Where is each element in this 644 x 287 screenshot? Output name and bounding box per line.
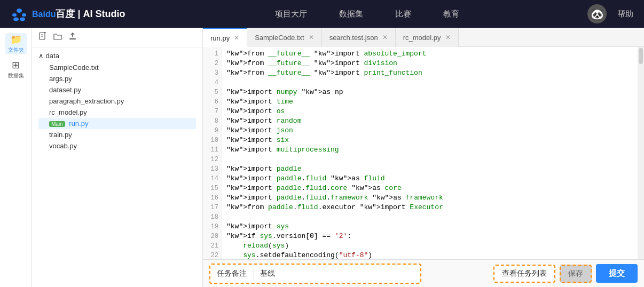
svg-point-4 bbox=[20, 18, 25, 21]
save-button[interactable]: 保存 bbox=[560, 265, 592, 283]
svg-point-3 bbox=[13, 18, 19, 21]
file-rcmodel[interactable]: rc_model.py bbox=[38, 107, 196, 118]
tab-runpy-close[interactable]: ✕ bbox=[234, 34, 239, 42]
tab-rcmodel-close[interactable]: ✕ bbox=[445, 34, 451, 41]
sidebar-item-dataset[interactable]: ⊞ 数据集 bbox=[5, 59, 27, 80]
folder-icon: 📁 bbox=[10, 34, 22, 45]
sidebar-dataset-label: 数据集 bbox=[8, 72, 24, 79]
sidebar-files-label: 文件夹 bbox=[8, 46, 24, 54]
tab-runpy-label: run.py bbox=[210, 34, 230, 42]
grid-icon: ⊞ bbox=[12, 59, 20, 71]
nav-projects[interactable]: 项目大厅 bbox=[275, 9, 307, 19]
task-note-label: 任务备注 bbox=[210, 269, 254, 278]
svg-text:+: + bbox=[44, 32, 46, 35]
tab-searchtest[interactable]: search.test.json ✕ bbox=[322, 28, 396, 47]
folder-data[interactable]: ∧ data bbox=[38, 52, 196, 60]
scrollbar-thumb[interactable] bbox=[639, 48, 643, 64]
header-right: 🐼 帮助 bbox=[587, 4, 633, 23]
baseline-label: 基线 bbox=[254, 269, 281, 278]
tab-runpy[interactable]: run.py ✕ bbox=[203, 28, 247, 47]
sidebar: 📁 文件夹 ⊞ 数据集 bbox=[0, 28, 32, 287]
tab-searchtest-close[interactable]: ✕ bbox=[382, 34, 388, 41]
svg-point-0 bbox=[17, 9, 22, 13]
nav-competition[interactable]: 比赛 bbox=[395, 9, 411, 19]
help-link[interactable]: 帮助 bbox=[617, 9, 633, 19]
file-vocab[interactable]: vocab.py bbox=[38, 140, 196, 152]
tab-rcmodel[interactable]: rc_model.py ✕ bbox=[396, 28, 459, 47]
new-file-icon[interactable]: + bbox=[38, 32, 47, 43]
code-content[interactable]: "kw">from __future__ "kw">import absolut… bbox=[222, 47, 638, 259]
main-tag: Main bbox=[49, 121, 65, 127]
tab-samplecode[interactable]: SampleCode.txt ✕ bbox=[247, 28, 322, 47]
svg-point-1 bbox=[12, 13, 17, 17]
file-panel: + ∧ data SampleCode.txt args.py dataset.… bbox=[32, 28, 203, 287]
avatar[interactable]: 🐼 bbox=[587, 4, 607, 23]
file-args[interactable]: args.py bbox=[38, 73, 196, 84]
tab-bar: run.py ✕ SampleCode.txt ✕ search.test.js… bbox=[203, 28, 644, 47]
bottom-bar: 任务备注 基线 查看任务列表 保存 提交 bbox=[203, 259, 644, 287]
nav-education[interactable]: 教育 bbox=[443, 9, 459, 19]
logo: Baidu百度 | AI Studio bbox=[11, 5, 125, 22]
main-content: 📁 文件夹 ⊞ 数据集 + ∧ data SampleCode.txt args… bbox=[0, 28, 644, 287]
new-folder-icon[interactable] bbox=[53, 32, 62, 43]
baseline-input[interactable] bbox=[281, 269, 420, 278]
svg-point-2 bbox=[22, 13, 26, 17]
file-paragraph[interactable]: paragraph_extraction.py bbox=[38, 95, 196, 107]
file-dataset[interactable]: dataset.py bbox=[38, 84, 196, 95]
logo-text: Baidu百度 | AI Studio bbox=[32, 7, 125, 20]
main-nav: 项目大厅 数据集 比赛 教育 bbox=[146, 9, 587, 19]
code-editor[interactable]: 123456789101112131415161718192021222324 … bbox=[203, 47, 644, 259]
sidebar-item-files[interactable]: 📁 文件夹 bbox=[5, 33, 27, 54]
nav-datasets[interactable]: 数据集 bbox=[339, 9, 363, 19]
file-samplecode[interactable]: SampleCode.txt bbox=[38, 62, 196, 73]
header: Baidu百度 | AI Studio 项目大厅 数据集 比赛 教育 🐼 帮助 bbox=[0, 0, 644, 28]
view-tasks-button[interactable]: 查看任务列表 bbox=[493, 265, 555, 283]
upload-icon[interactable] bbox=[68, 32, 77, 43]
editor-area: run.py ✕ SampleCode.txt ✕ search.test.js… bbox=[203, 28, 644, 287]
task-note-group: 任务备注 基线 bbox=[209, 264, 421, 284]
file-toolbar: + bbox=[32, 28, 202, 47]
submit-button[interactable]: 提交 bbox=[596, 264, 638, 283]
file-runpy[interactable]: Main run.py bbox=[38, 118, 196, 129]
baidu-logo-icon bbox=[11, 5, 28, 22]
tab-searchtest-label: search.test.json bbox=[329, 34, 378, 42]
bottom-right-actions: 查看任务列表 保存 提交 bbox=[428, 264, 638, 283]
line-numbers: 123456789101112131415161718192021222324 bbox=[203, 47, 222, 259]
tab-rcmodel-label: rc_model.py bbox=[403, 34, 441, 42]
file-train[interactable]: train.py bbox=[38, 129, 196, 140]
tab-samplecode-close[interactable]: ✕ bbox=[309, 34, 314, 41]
runpy-name: run.py bbox=[69, 119, 88, 127]
svg-rect-9 bbox=[69, 38, 76, 39]
brand-name: Baidu bbox=[32, 10, 56, 19]
file-tree: ∧ data SampleCode.txt args.py dataset.py… bbox=[32, 47, 202, 287]
tab-samplecode-label: SampleCode.txt bbox=[255, 34, 304, 42]
scrollbar[interactable] bbox=[638, 47, 644, 259]
